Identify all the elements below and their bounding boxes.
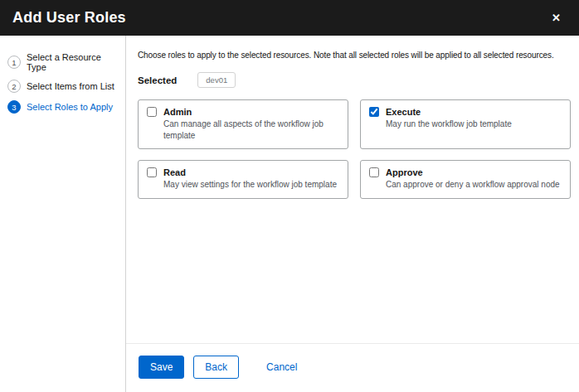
modal-footer: Save Back Cancel	[138, 344, 571, 392]
step-number-badge: 3	[7, 100, 21, 114]
step-label: Select Items from List	[27, 81, 114, 91]
role-name: Approve	[386, 167, 423, 177]
role-name: Admin	[163, 107, 192, 117]
wizard-steps-nav: 1 Select a Resource Type 2 Select Items …	[0, 36, 126, 392]
roles-grid: Admin Can manage all aspects of the work…	[138, 99, 571, 199]
step-content: Choose roles to apply to the selected re…	[126, 36, 579, 392]
role-checkbox-approve[interactable]	[369, 167, 379, 177]
selected-resource-chip: dev01	[197, 72, 236, 88]
role-card-execute: Execute May run the workflow job templat…	[360, 99, 571, 149]
role-card-approve: Approve Can approve or deny a workflow a…	[360, 160, 571, 199]
add-user-roles-modal: Add User Roles ✕ 1 Select a Resource Typ…	[0, 0, 579, 392]
role-checkbox-execute[interactable]	[369, 107, 379, 117]
step-select-items-from-list[interactable]: 2 Select Items from List	[7, 80, 120, 93]
role-checkbox-admin[interactable]	[147, 107, 157, 117]
step-number-badge: 1	[7, 56, 21, 69]
modal-title: Add User Roles	[12, 9, 126, 27]
role-card-read: Read May view settings for the workflow …	[138, 160, 348, 199]
close-icon[interactable]: ✕	[548, 9, 564, 27]
role-name: Read	[163, 167, 186, 177]
role-description: Can manage all aspects of the workflow j…	[163, 119, 339, 141]
cancel-link[interactable]: Cancel	[266, 356, 297, 378]
step-select-resource-type[interactable]: 1 Select a Resource Type	[7, 52, 120, 72]
step-select-roles-to-apply[interactable]: 3 Select Roles to Apply	[7, 100, 120, 114]
instruction-text: Choose roles to apply to the selected re…	[138, 51, 571, 60]
step-label: Select a Resource Type	[27, 52, 120, 72]
selected-resources-row: Selected dev01	[138, 72, 571, 88]
modal-body: 1 Select a Resource Type 2 Select Items …	[0, 36, 579, 392]
role-name: Execute	[386, 107, 421, 117]
step-number-badge: 2	[7, 80, 21, 93]
back-button[interactable]: Back	[193, 356, 239, 379]
role-description: Can approve or deny a workflow approval …	[386, 179, 562, 191]
selected-label: Selected	[138, 75, 177, 85]
role-description: May view settings for the workflow job t…	[163, 179, 339, 191]
role-card-admin: Admin Can manage all aspects of the work…	[138, 99, 348, 149]
spacer	[138, 199, 571, 344]
step-label: Select Roles to Apply	[27, 102, 113, 112]
save-button[interactable]: Save	[139, 356, 184, 379]
role-checkbox-read[interactable]	[147, 167, 157, 177]
modal-header: Add User Roles ✕	[0, 0, 579, 36]
role-description: May run the workflow job template	[386, 119, 562, 130]
